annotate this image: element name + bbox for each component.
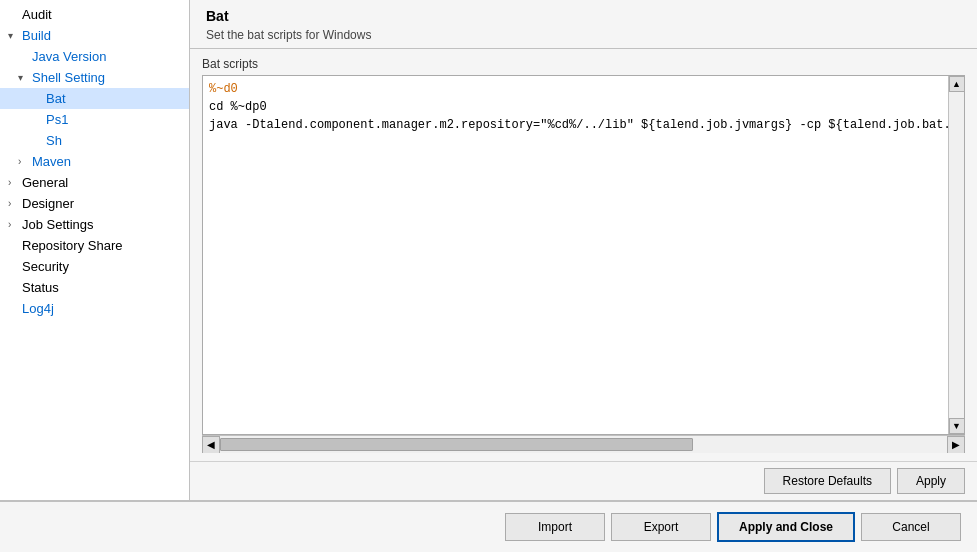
export-button[interactable]: Export (611, 513, 711, 541)
section-label: Bat scripts (202, 57, 965, 71)
chevron-icon: › (18, 156, 32, 167)
sidebar-item-sh[interactable]: Sh (0, 130, 189, 151)
script-line-3: java -Dtalend.component.manager.m2.repos… (209, 116, 946, 134)
sidebar-item-label: Shell Setting (32, 70, 181, 85)
sidebar-item-ps1[interactable]: Ps1 (0, 109, 189, 130)
sidebar-item-job-settings[interactable]: › Job Settings (0, 214, 189, 235)
hscroll-track (220, 436, 947, 453)
apply-and-close-button[interactable]: Apply and Close (717, 512, 855, 542)
sidebar-item-label: Audit (22, 7, 181, 22)
sidebar-item-label: Maven (32, 154, 181, 169)
sidebar-item-maven[interactable]: › Maven (0, 151, 189, 172)
content-panel: Bat Set the bat scripts for Windows Bat … (190, 0, 977, 500)
sidebar-item-repository-share[interactable]: Repository Share (0, 235, 189, 256)
sidebar-item-label: Status (22, 280, 181, 295)
chevron-icon: ▾ (18, 72, 32, 83)
cancel-button[interactable]: Cancel (861, 513, 961, 541)
sidebar-item-label: Job Settings (22, 217, 181, 232)
script-line-2: cd %~dp0 (209, 98, 946, 116)
sidebar-item-designer[interactable]: › Designer (0, 193, 189, 214)
script-content: %~d0 cd %~dp0 java -Dtalend.component.ma… (203, 76, 964, 434)
vscroll-track (949, 92, 964, 418)
content-header: Bat Set the bat scripts for Windows (190, 0, 977, 49)
sidebar-item-shell-setting[interactable]: ▾ Shell Setting (0, 67, 189, 88)
action-bar: Restore Defaults Apply (190, 461, 977, 500)
apply-button[interactable]: Apply (897, 468, 965, 494)
sidebar-item-bat[interactable]: Bat (0, 88, 189, 109)
bottom-bar: Import Export Apply and Close Cancel (0, 500, 977, 552)
sidebar-item-general[interactable]: › General (0, 172, 189, 193)
sidebar-item-label: Ps1 (46, 112, 181, 127)
sidebar-item-security[interactable]: Security (0, 256, 189, 277)
sidebar-item-log4j[interactable]: Log4j (0, 298, 189, 319)
sidebar-item-audit[interactable]: Audit (0, 4, 189, 25)
sidebar-item-label: Java Version (32, 49, 181, 64)
sidebar-item-label: Build (22, 28, 181, 43)
content-body: Bat scripts ▲ ▼ %~d0 cd %~dp0 java -Dtal… (190, 49, 977, 461)
script-editor-area: ▲ ▼ %~d0 cd %~dp0 java -Dtalend.componen… (202, 75, 965, 453)
content-subtitle: Set the bat scripts for Windows (206, 28, 961, 42)
sidebar-item-label: Log4j (22, 301, 181, 316)
sidebar-item-build[interactable]: ▾ Build (0, 25, 189, 46)
script-line-1: %~d0 (209, 80, 946, 98)
sidebar-item-java-version[interactable]: Java Version (0, 46, 189, 67)
scroll-right-button[interactable]: ▶ (947, 436, 965, 454)
scroll-left-button[interactable]: ◀ (202, 436, 220, 454)
sidebar-item-label: Repository Share (22, 238, 181, 253)
sidebar-item-label: Bat (46, 91, 181, 106)
chevron-icon: ▾ (8, 30, 22, 41)
horizontal-scrollbar[interactable]: ◀ ▶ (202, 435, 965, 453)
chevron-icon: › (8, 219, 22, 230)
scroll-up-button[interactable]: ▲ (949, 76, 965, 92)
sidebar: Audit ▾ Build Java Version ▾ Shell Setti… (0, 0, 190, 500)
import-button[interactable]: Import (505, 513, 605, 541)
script-editor[interactable]: ▲ ▼ %~d0 cd %~dp0 java -Dtalend.componen… (202, 75, 965, 435)
sidebar-item-label: Security (22, 259, 181, 274)
content-title: Bat (206, 8, 961, 24)
sidebar-item-label: Designer (22, 196, 181, 211)
sidebar-item-label: General (22, 175, 181, 190)
restore-defaults-button[interactable]: Restore Defaults (764, 468, 891, 494)
chevron-icon: › (8, 198, 22, 209)
chevron-icon: › (8, 177, 22, 188)
sidebar-item-label: Sh (46, 133, 181, 148)
hscroll-thumb[interactable] (220, 438, 693, 451)
vertical-scrollbar[interactable]: ▲ ▼ (948, 76, 964, 434)
scroll-down-button[interactable]: ▼ (949, 418, 965, 434)
sidebar-item-status[interactable]: Status (0, 277, 189, 298)
